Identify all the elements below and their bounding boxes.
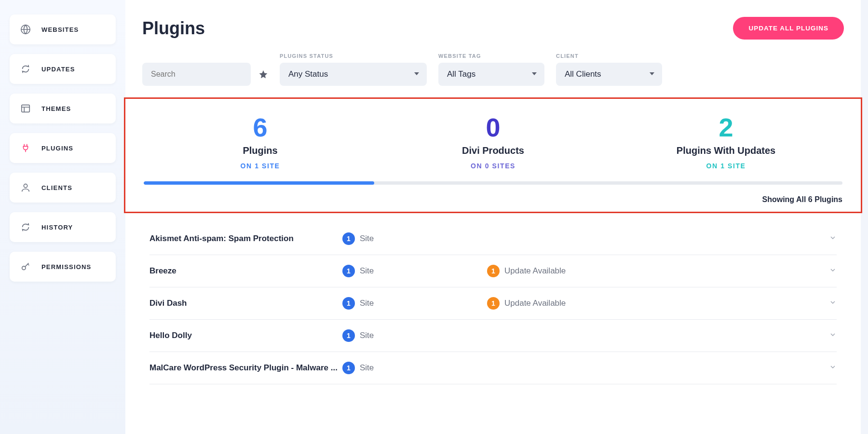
site-text: Site bbox=[360, 363, 374, 373]
page-title: Plugins bbox=[142, 18, 205, 39]
site-cell: 1Site bbox=[342, 362, 487, 374]
update-cell: 1Update Available bbox=[487, 297, 817, 310]
stat-sub: ON 1 SITE bbox=[144, 162, 377, 170]
sidebar-item-label: WEBSITES bbox=[41, 26, 79, 33]
chevron-down-icon[interactable] bbox=[829, 363, 837, 373]
stat-value: 6 bbox=[144, 112, 377, 142]
sidebar-item-themes[interactable]: THEMES bbox=[10, 94, 116, 123]
stat-sub: ON 0 SITES bbox=[377, 162, 610, 170]
stat-updates: 2 Plugins With Updates ON 1 SITE bbox=[610, 112, 842, 170]
stat-label: Plugins bbox=[144, 145, 377, 156]
site-count-badge: 1 bbox=[342, 297, 355, 310]
page-header: Plugins UPDATE ALL PLUGINS bbox=[142, 17, 844, 40]
filters-row: PLUGINS STATUS Any Status WEBSITE TAG Al… bbox=[142, 53, 844, 86]
sidebar-item-label: PERMISSIONS bbox=[41, 263, 92, 271]
filter-label: CLIENT bbox=[556, 53, 662, 59]
filter-label: PLUGINS STATUS bbox=[280, 53, 427, 59]
site-text: Site bbox=[360, 298, 374, 308]
progress-bar bbox=[144, 181, 842, 185]
site-text: Site bbox=[360, 331, 374, 340]
select-value: All Clients bbox=[565, 69, 601, 79]
sidebar-item-clients[interactable]: CLIENTS bbox=[10, 173, 116, 203]
chevron-down-icon[interactable] bbox=[829, 331, 837, 340]
plugin-name: Breeze bbox=[149, 266, 342, 276]
layout-icon bbox=[20, 103, 31, 114]
site-count-badge: 1 bbox=[342, 329, 355, 342]
site-text: Site bbox=[360, 234, 374, 244]
stat-value: 2 bbox=[610, 112, 842, 142]
stat-divi: 0 Divi Products ON 0 SITES bbox=[377, 112, 610, 170]
stat-sub: ON 1 SITE bbox=[610, 162, 842, 170]
plugin-row[interactable]: Divi Dash1Site1Update Available bbox=[149, 287, 837, 320]
star-icon[interactable] bbox=[258, 69, 268, 79]
plugin-row[interactable]: Hello Dolly1Site bbox=[149, 320, 837, 352]
site-count-badge: 1 bbox=[342, 265, 355, 277]
showing-text: Showing All 6 Plugins bbox=[144, 195, 842, 204]
chevron-down-icon[interactable] bbox=[829, 266, 837, 276]
svg-point-2 bbox=[24, 184, 27, 188]
update-text: Update Available bbox=[504, 266, 566, 276]
site-count-badge: 1 bbox=[342, 232, 355, 245]
progress-fill bbox=[144, 181, 374, 185]
stats-box: 6 Plugins ON 1 SITE 0 Divi Products ON 0… bbox=[124, 97, 862, 213]
sidebar-item-history[interactable]: HISTORY bbox=[10, 212, 116, 242]
sidebar: WEBSITES UPDATES THEMES PLUGINS CLIENTS … bbox=[0, 0, 125, 434]
stat-label: Plugins With Updates bbox=[610, 145, 842, 156]
sidebar-item-label: THEMES bbox=[41, 105, 71, 112]
filter-client: CLIENT All Clients bbox=[556, 53, 662, 86]
plug-icon bbox=[20, 143, 31, 153]
update-count-badge: 1 bbox=[487, 265, 500, 277]
plugin-name: Divi Dash bbox=[149, 298, 342, 308]
site-cell: 1Site bbox=[342, 297, 487, 310]
stat-label: Divi Products bbox=[377, 145, 610, 156]
stat-plugins: 6 Plugins ON 1 SITE bbox=[144, 112, 377, 170]
status-select[interactable]: Any Status bbox=[280, 63, 427, 86]
chevron-down-icon[interactable] bbox=[829, 234, 837, 244]
search-input[interactable] bbox=[142, 63, 251, 86]
plugin-list: Akismet Anti-spam: Spam Protection1SiteB… bbox=[142, 223, 844, 384]
site-cell: 1Site bbox=[342, 329, 487, 342]
site-text: Site bbox=[360, 266, 374, 276]
select-value: Any Status bbox=[288, 69, 328, 79]
filter-tag: WEBSITE TAG All Tags bbox=[438, 53, 544, 86]
refresh-icon bbox=[20, 64, 31, 74]
plugin-name: Hello Dolly bbox=[149, 331, 342, 340]
plugin-name: Akismet Anti-spam: Spam Protection bbox=[149, 234, 342, 244]
plugin-row[interactable]: Akismet Anti-spam: Spam Protection1Site bbox=[149, 223, 837, 255]
site-cell: 1Site bbox=[342, 232, 487, 245]
sidebar-item-label: PLUGINS bbox=[41, 145, 73, 152]
sidebar-item-permissions[interactable]: PERMISSIONS bbox=[10, 252, 116, 282]
search-wrap bbox=[142, 63, 268, 86]
user-icon bbox=[20, 182, 31, 193]
site-count-badge: 1 bbox=[342, 362, 355, 374]
sidebar-item-websites[interactable]: WEBSITES bbox=[10, 14, 116, 44]
sidebar-item-plugins[interactable]: PLUGINS bbox=[10, 133, 116, 163]
sidebar-item-updates[interactable]: UPDATES bbox=[10, 54, 116, 84]
tag-select[interactable]: All Tags bbox=[438, 63, 544, 86]
sidebar-item-label: HISTORY bbox=[41, 224, 73, 231]
update-count-badge: 1 bbox=[487, 297, 500, 310]
sidebar-item-label: UPDATES bbox=[41, 66, 75, 73]
history-icon bbox=[20, 222, 31, 232]
svg-rect-1 bbox=[22, 105, 30, 112]
globe-icon bbox=[20, 24, 31, 35]
key-icon bbox=[20, 261, 31, 272]
site-cell: 1Site bbox=[342, 265, 487, 277]
filter-status: PLUGINS STATUS Any Status bbox=[280, 53, 427, 86]
select-value: All Tags bbox=[447, 69, 475, 79]
update-all-button[interactable]: UPDATE ALL PLUGINS bbox=[733, 17, 844, 40]
plugin-name: MalCare WordPress Security Plugin - Malw… bbox=[149, 363, 342, 373]
chevron-down-icon[interactable] bbox=[829, 298, 837, 308]
update-text: Update Available bbox=[504, 298, 566, 308]
stats-row: 6 Plugins ON 1 SITE 0 Divi Products ON 0… bbox=[144, 112, 842, 170]
main-content: Plugins UPDATE ALL PLUGINS PLUGINS STATU… bbox=[125, 0, 861, 434]
client-select[interactable]: All Clients bbox=[556, 63, 662, 86]
plugin-row[interactable]: Breeze1Site1Update Available bbox=[149, 255, 837, 287]
stat-value: 0 bbox=[377, 112, 610, 142]
sidebar-item-label: CLIENTS bbox=[41, 184, 72, 191]
filter-label: WEBSITE TAG bbox=[438, 53, 544, 59]
plugin-row[interactable]: MalCare WordPress Security Plugin - Malw… bbox=[149, 352, 837, 384]
svg-point-3 bbox=[22, 266, 26, 270]
update-cell: 1Update Available bbox=[487, 265, 817, 277]
